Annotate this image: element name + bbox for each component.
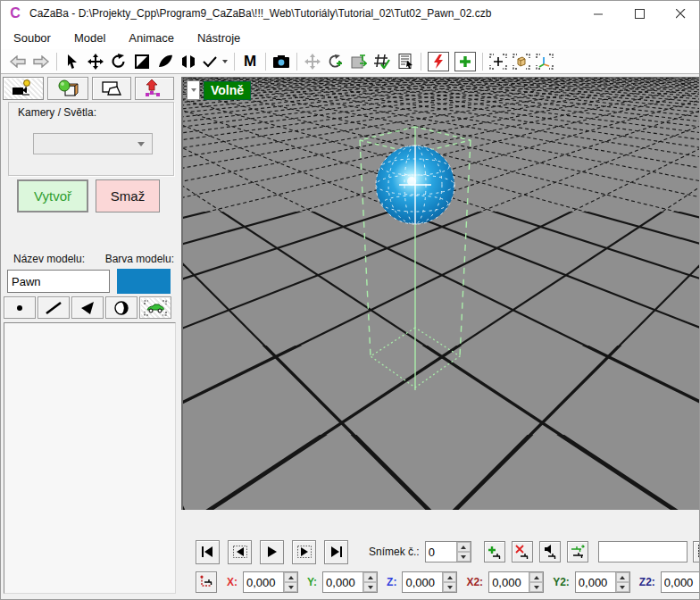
spin-buttons — [442, 572, 456, 592]
polygons-icon — [101, 80, 122, 96]
next-frame-button[interactable] — [292, 540, 316, 564]
apply-button[interactable] — [200, 51, 230, 72]
edge-mode-button[interactable] — [38, 296, 70, 319]
delete-keyframe-button[interactable] — [512, 541, 533, 562]
spin-up-button[interactable] — [284, 572, 297, 582]
shading-mode-button[interactable] — [105, 296, 138, 319]
menu-soubor[interactable]: Soubor — [3, 28, 62, 48]
rotate-animation-button[interactable] — [324, 51, 347, 72]
redo-forward-button[interactable] — [29, 51, 53, 72]
timeline-bar: Snímek č.: — [181, 510, 700, 600]
minimize-icon — [594, 9, 604, 19]
spin-up-button[interactable] — [529, 572, 543, 582]
move-tool-button[interactable] — [84, 51, 107, 72]
spin-up-button[interactable] — [443, 572, 456, 582]
paint-tool-button[interactable] — [154, 51, 177, 72]
coord-x-label: X: — [227, 576, 238, 588]
point-mode-button[interactable] — [4, 296, 36, 319]
mirror-tool-button[interactable] — [177, 51, 200, 72]
tab-cameras-lights[interactable] — [3, 77, 44, 100]
key-range-icon — [571, 545, 585, 559]
tab-surfaces[interactable] — [92, 77, 131, 100]
spin-down-button[interactable] — [284, 582, 297, 592]
triangle-down-icon — [620, 586, 625, 589]
minimize-button[interactable] — [578, 1, 619, 26]
close-button[interactable] — [660, 1, 700, 26]
maximize-button[interactable] — [619, 1, 660, 26]
prev-frame-button[interactable] — [228, 540, 252, 564]
cameras-lights-label: Kamery / Světla: — [15, 106, 99, 119]
viewport-mode-dropdown[interactable] — [187, 80, 200, 100]
show-axes-button[interactable] — [533, 51, 556, 72]
m-letter-icon: M — [244, 53, 256, 71]
sound-keyframe-button[interactable] — [539, 541, 561, 562]
spin-down-button[interactable] — [529, 582, 543, 592]
center-view-button[interactable] — [487, 51, 510, 72]
transform-keys-button[interactable] — [347, 51, 371, 72]
go-first-frame-button[interactable] — [196, 540, 220, 564]
camera-select[interactable] — [33, 133, 153, 154]
spin-down-button[interactable] — [616, 582, 629, 592]
select-tool-button[interactable] — [61, 51, 84, 72]
keyframe-list-button[interactable] — [693, 541, 700, 562]
frame-number-input[interactable] — [426, 542, 456, 562]
rotate-tool-button[interactable] — [107, 51, 130, 72]
frame-object-button[interactable] — [510, 51, 533, 72]
coord-y2-input[interactable] — [576, 572, 615, 592]
go-last-frame-button[interactable] — [324, 540, 348, 564]
coord-z2-input[interactable] — [662, 572, 700, 592]
model-list[interactable] — [4, 322, 176, 594]
move-keyframe-button[interactable] — [196, 571, 217, 593]
spin-down-button[interactable] — [457, 552, 471, 562]
menu-nastroje[interactable]: Nástroje — [187, 28, 251, 48]
spin-down-button[interactable] — [363, 582, 377, 592]
move-animation-button[interactable] — [301, 51, 324, 72]
coord-x2-input[interactable] — [489, 572, 529, 592]
material-button[interactable]: M — [238, 51, 262, 72]
object-list-button[interactable] — [394, 51, 417, 72]
frame-number-spinner — [425, 541, 471, 562]
grid-snap-button[interactable] — [371, 51, 394, 72]
plus-icon — [459, 55, 471, 68]
move-key-icon — [199, 575, 213, 589]
coord-z-input[interactable] — [403, 572, 442, 592]
spin-up-button[interactable] — [363, 572, 377, 582]
coord-x-input[interactable] — [244, 572, 283, 592]
scale-tool-button[interactable] — [130, 51, 154, 72]
menu-animace[interactable]: Animace — [118, 28, 185, 48]
key-range-button[interactable] — [567, 541, 588, 562]
frame-note-input[interactable] — [598, 541, 688, 562]
viewport-canvas[interactable] — [183, 78, 700, 510]
quick-render-button[interactable] — [428, 52, 449, 71]
pawn-sphere[interactable] — [376, 146, 454, 224]
object-mode-button[interactable] — [139, 296, 171, 319]
menu-model[interactable]: Model — [63, 28, 116, 48]
tab-hierarchy[interactable] — [135, 77, 174, 100]
add-object-button[interactable] — [454, 52, 476, 71]
undo-back-button[interactable] — [6, 51, 29, 72]
spin-down-button[interactable] — [443, 582, 456, 592]
spin-up-button[interactable] — [616, 572, 629, 582]
scale-icon — [135, 54, 149, 69]
lightning-icon — [433, 54, 444, 69]
play-button[interactable] — [260, 540, 284, 564]
toolbar-separator — [234, 53, 235, 71]
model-color-swatch[interactable] — [117, 269, 171, 294]
viewport-3d[interactable]: Volně — [181, 77, 700, 510]
checkmark-icon — [202, 55, 229, 68]
add-keyframe-button[interactable] — [484, 541, 505, 562]
next-frame-icon — [297, 546, 312, 558]
tab-objects[interactable] — [47, 77, 88, 100]
coord-y-input[interactable] — [323, 572, 362, 592]
spin-buttons — [615, 572, 629, 592]
camera-button[interactable] — [270, 51, 293, 72]
spin-buttons — [529, 572, 543, 592]
spin-up-button[interactable] — [457, 542, 471, 552]
timeline-row: Snímek č.: — [196, 539, 700, 564]
model-name-input[interactable] — [7, 270, 110, 293]
create-button[interactable]: Vytvoř — [17, 179, 88, 212]
delete-button[interactable]: Smaž — [96, 179, 160, 212]
title-bar[interactable]: C CaZaBa - D:\Projekty_Cpp\Program9_CaZa… — [1, 1, 700, 26]
face-mode-button[interactable] — [71, 296, 104, 319]
coord-x2-label: X2: — [466, 576, 483, 588]
